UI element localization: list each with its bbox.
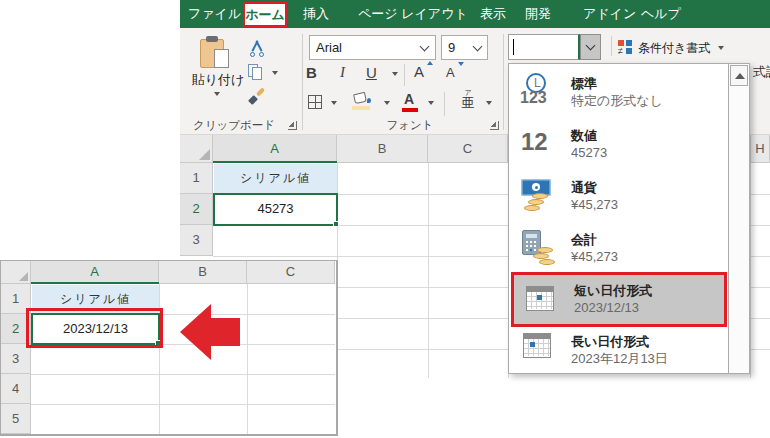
fill-color-button[interactable]: [352, 93, 372, 110]
borders-dropdown-arrow[interactable]: [331, 101, 337, 105]
sheet-after: A B C 1 2 3 4 5 シリアル値 2023/12/13: [0, 260, 338, 436]
borders-button[interactable]: [308, 95, 322, 109]
column-header-b[interactable]: B: [337, 135, 428, 163]
tab-help[interactable]: ヘルプ: [641, 0, 681, 28]
bold-button[interactable]: B: [306, 64, 317, 81]
cell-a2-selected[interactable]: 45273: [213, 193, 338, 226]
conditional-formatting-button[interactable]: ≠ 条件付き書式: [616, 36, 726, 60]
excel-window: ファイル 挿入 ページ レイアウト 表示 開発 アドイン ヘルプ ホーム 貼り付…: [0, 0, 770, 438]
corner-triangle-icon: [199, 149, 210, 160]
number-icon-12: 12: [521, 128, 548, 156]
phonetic-dropdown-arrow[interactable]: [486, 101, 492, 105]
fill-color-bar: [352, 106, 370, 110]
paste-button[interactable]: [198, 36, 238, 72]
italic-button[interactable]: I: [340, 64, 345, 81]
paste-label[interactable]: 貼り付け: [186, 71, 250, 89]
brush-icon: [248, 95, 258, 105]
column-header-c[interactable]: C: [428, 135, 508, 163]
general-icon-123: 123: [520, 89, 547, 107]
number-format-input[interactable]: [508, 34, 580, 60]
format-option-currency[interactable]: 通貨 ¥45,273: [511, 170, 726, 222]
format-title: 通貨: [571, 181, 618, 195]
calendar-icon: [526, 286, 554, 311]
column-header-h[interactable]: H: [750, 135, 770, 163]
select-all-corner[interactable]: [180, 135, 213, 163]
paint-drop-icon: [367, 98, 371, 103]
gridline: [31, 374, 335, 375]
grow-font-button[interactable]: A: [414, 63, 424, 80]
number-format-dropdown-button[interactable]: [580, 34, 601, 60]
font-color-dropdown-arrow[interactable]: [428, 101, 434, 105]
clipboard-group-label: クリップボード: [184, 118, 284, 133]
row-header-1[interactable]: 1: [180, 163, 213, 194]
row-header-4[interactable]: 4: [1, 374, 31, 404]
short-date-format-icon: [522, 280, 562, 320]
fill-handle[interactable]: [333, 221, 339, 227]
font-size-combobox[interactable]: 9: [441, 35, 488, 60]
group-separator: [302, 34, 303, 130]
format-title: 数値: [571, 129, 607, 143]
dropdown-scrollbar[interactable]: [728, 64, 749, 373]
cell-a1-serial-label[interactable]: シリアル値: [214, 164, 337, 194]
row-header-5[interactable]: 5: [1, 404, 31, 434]
shrink-font-arrow-icon: [458, 62, 464, 66]
font-name-combobox[interactable]: Arial: [309, 35, 436, 60]
tab-page-layout[interactable]: ページ レイアウト: [358, 0, 468, 28]
format-option-long-date[interactable]: 長い日付形式 2023年12月13日: [511, 327, 726, 373]
grow-font-arrow-icon: [427, 61, 433, 65]
column-header-a[interactable]: A: [31, 261, 159, 284]
calendar-icon: [523, 333, 551, 358]
column-header-b[interactable]: B: [159, 261, 247, 284]
cf-blue-cell: [626, 40, 632, 46]
general-icon-l: L: [534, 76, 541, 90]
brush-icon: [256, 87, 265, 96]
tab-view[interactable]: 表示: [480, 0, 506, 28]
banknote-dot: [535, 186, 538, 189]
separator: [611, 36, 612, 56]
tab-addins[interactable]: アドイン: [583, 0, 636, 28]
shrink-font-button[interactable]: A: [446, 65, 455, 80]
font-color-button[interactable]: A: [404, 91, 414, 107]
cut-button[interactable]: [248, 40, 266, 57]
column-header-a[interactable]: A: [213, 135, 337, 163]
coin-icon: [539, 259, 555, 265]
copy-dropdown-arrow[interactable]: [272, 71, 278, 75]
row-header-3[interactable]: 3: [1, 344, 31, 374]
copy-button[interactable]: [248, 64, 264, 81]
row-header-2[interactable]: 2: [180, 194, 213, 225]
paste-dropdown-arrow[interactable]: [214, 92, 220, 96]
row-header-3[interactable]: 3: [180, 225, 213, 256]
separator: [444, 92, 445, 116]
annotation-box-cell: [26, 308, 163, 348]
underline-button[interactable]: U: [366, 64, 377, 81]
format-option-accounting[interactable]: 会計 ¥45,273: [511, 222, 726, 274]
selected-column-indicator: [213, 161, 337, 163]
format-example: ¥45,273: [571, 198, 618, 212]
gridline: [247, 284, 248, 434]
select-all-corner[interactable]: [1, 261, 31, 284]
format-painter-button[interactable]: [248, 89, 265, 105]
tab-developer[interactable]: 開発: [525, 0, 551, 28]
tab-home-selected[interactable]: ホーム: [243, 2, 287, 27]
column-header-c[interactable]: C: [247, 261, 335, 284]
chevron-down-icon[interactable]: [420, 42, 430, 52]
text-cursor: [513, 39, 514, 55]
coin-icon: [524, 205, 540, 211]
fill-color-dropdown-arrow[interactable]: [384, 101, 390, 105]
tab-insert[interactable]: 挿入: [303, 0, 329, 28]
clipboard-dialog-launcher[interactable]: [288, 121, 297, 130]
conditional-formatting-label: 条件付き書式: [638, 40, 710, 57]
phonetic-guide-button[interactable]: ア 亜: [458, 89, 478, 110]
scissors-ring-icon: [259, 52, 264, 57]
format-option-short-date-selected[interactable]: 短い日付形式 2023/12/13: [511, 272, 727, 327]
calendar-marked-day: [537, 295, 542, 300]
format-option-general[interactable]: L 123 標準 特定の形式なし: [511, 66, 726, 118]
font-dialog-launcher[interactable]: [490, 121, 499, 130]
calendar-marked-day: [530, 342, 535, 347]
underline-dropdown-arrow[interactable]: [392, 72, 398, 76]
chevron-down-icon[interactable]: [473, 42, 483, 52]
format-option-number[interactable]: 12 数値 45273: [511, 118, 726, 170]
tab-file[interactable]: ファイル: [188, 0, 241, 28]
gridline: [428, 163, 429, 378]
scroll-up-button[interactable]: [730, 65, 748, 86]
